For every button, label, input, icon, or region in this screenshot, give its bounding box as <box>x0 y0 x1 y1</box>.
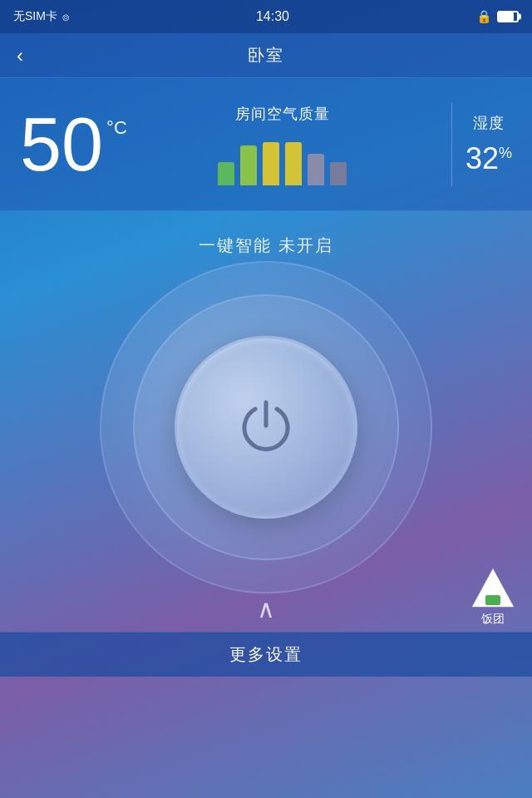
more-settings-button[interactable]: 更多设置 <box>0 632 532 677</box>
vertical-divider <box>451 103 452 186</box>
more-settings-label: 更多设置 <box>229 643 303 666</box>
air-quality-section: 房间空气质量 <box>127 104 438 185</box>
air-quality-bar <box>330 162 347 185</box>
humidity-value: 32% <box>466 141 512 176</box>
carrier-text: 无SIM卡 <box>13 9 57 24</box>
power-middle-ring <box>133 294 399 560</box>
humidity-section: 湿度 32% <box>466 113 512 176</box>
svg-rect-2 <box>485 595 500 605</box>
power-icon <box>233 394 299 461</box>
status-right: 🔒 <box>476 9 519 24</box>
temperature-value: 50 <box>20 107 103 182</box>
air-quality-bar <box>240 145 257 185</box>
smart-label: 一键智能 未开启 <box>199 234 333 257</box>
riceball-label: 饭团 <box>481 612 505 627</box>
temperature-unit: °C <box>106 117 127 139</box>
back-button[interactable]: ‹ <box>17 44 23 67</box>
page-title: 卧室 <box>248 44 284 66</box>
air-quality-bar <box>285 142 302 185</box>
air-quality-bar <box>263 142 279 185</box>
info-panel: 50 °C 房间空气质量 湿度 32% <box>0 78 532 211</box>
wifi-icon: ⌾ <box>62 10 69 23</box>
air-quality-bar <box>308 154 324 185</box>
lock-icon: 🔒 <box>476 9 492 24</box>
humidity-label: 湿度 <box>473 113 505 133</box>
chevron-up-icon[interactable]: ∧ <box>257 597 275 622</box>
air-quality-bar <box>218 162 234 185</box>
battery-fill <box>499 12 514 21</box>
riceball-icon <box>470 567 515 608</box>
nav-bar: ‹ 卧室 <box>0 33 532 78</box>
main-area: 一键智能 未开启 ∧ 饭团 更多设置 <box>0 211 532 677</box>
status-left: 无SIM卡 ⌾ <box>13 9 69 24</box>
power-outer-ring <box>100 261 432 594</box>
battery-indicator <box>497 11 519 22</box>
riceball-button[interactable]: 饭团 <box>470 567 515 627</box>
status-time: 14:30 <box>256 9 289 24</box>
air-quality-label: 房间空气质量 <box>235 104 330 124</box>
status-bar: 无SIM卡 ⌾ 14:30 🔒 <box>0 0 532 33</box>
power-button[interactable] <box>175 336 357 519</box>
temperature-section: 50 °C <box>20 107 127 182</box>
air-quality-chart <box>218 135 347 185</box>
